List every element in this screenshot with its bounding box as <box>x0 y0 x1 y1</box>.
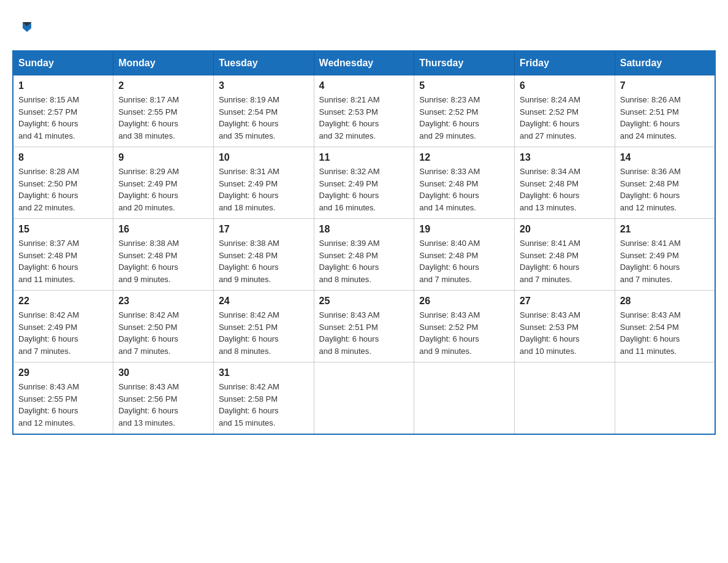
calendar-week-3: 15 Sunrise: 8:37 AMSunset: 2:48 PMDaylig… <box>13 219 715 291</box>
day-info: Sunrise: 8:38 AMSunset: 2:48 PMDaylight:… <box>219 239 279 284</box>
day-info: Sunrise: 8:28 AMSunset: 2:50 PMDaylight:… <box>18 167 79 212</box>
calendar-cell: 14 Sunrise: 8:36 AMSunset: 2:48 PMDaylig… <box>615 147 715 219</box>
weekday-header-monday: Monday <box>113 51 214 75</box>
day-info: Sunrise: 8:38 AMSunset: 2:48 PMDaylight:… <box>118 239 179 284</box>
calendar-cell: 2 Sunrise: 8:17 AMSunset: 2:55 PMDayligh… <box>113 75 214 147</box>
day-info: Sunrise: 8:26 AMSunset: 2:51 PMDaylight:… <box>620 95 681 140</box>
calendar-cell: 16 Sunrise: 8:38 AMSunset: 2:48 PMDaylig… <box>113 219 214 291</box>
day-info: Sunrise: 8:36 AMSunset: 2:48 PMDaylight:… <box>620 167 681 212</box>
day-info: Sunrise: 8:40 AMSunset: 2:48 PMDaylight:… <box>419 239 480 284</box>
day-number: 26 <box>419 296 509 307</box>
calendar-cell <box>414 362 515 435</box>
day-number: 21 <box>620 224 710 235</box>
calendar-cell <box>314 362 414 435</box>
weekday-header-saturday: Saturday <box>615 51 715 75</box>
day-info: Sunrise: 8:42 AMSunset: 2:49 PMDaylight:… <box>18 310 79 356</box>
calendar-cell: 29 Sunrise: 8:43 AMSunset: 2:55 PMDaylig… <box>13 362 113 435</box>
calendar-cell: 6 Sunrise: 8:24 AMSunset: 2:52 PMDayligh… <box>515 75 615 147</box>
day-number: 11 <box>319 152 409 163</box>
calendar-cell: 31 Sunrise: 8:42 AMSunset: 2:58 PMDaylig… <box>213 362 314 435</box>
day-number: 4 <box>319 80 409 91</box>
calendar-cell: 11 Sunrise: 8:32 AMSunset: 2:49 PMDaylig… <box>314 147 414 219</box>
calendar-cell: 13 Sunrise: 8:34 AMSunset: 2:48 PMDaylig… <box>515 147 615 219</box>
calendar-cell <box>615 362 715 435</box>
calendar-cell: 21 Sunrise: 8:41 AMSunset: 2:49 PMDaylig… <box>615 219 715 291</box>
day-info: Sunrise: 8:43 AMSunset: 2:55 PMDaylight:… <box>18 382 79 427</box>
day-number: 1 <box>18 80 108 91</box>
day-info: Sunrise: 8:41 AMSunset: 2:49 PMDaylight:… <box>620 239 681 284</box>
day-info: Sunrise: 8:21 AMSunset: 2:53 PMDaylight:… <box>319 95 380 140</box>
calendar-cell: 28 Sunrise: 8:43 AMSunset: 2:54 PMDaylig… <box>615 291 715 362</box>
day-number: 14 <box>620 152 710 163</box>
day-number: 3 <box>219 80 309 91</box>
day-number: 10 <box>219 152 309 163</box>
calendar-cell: 5 Sunrise: 8:23 AMSunset: 2:52 PMDayligh… <box>414 75 515 147</box>
day-info: Sunrise: 8:32 AMSunset: 2:49 PMDaylight:… <box>319 167 380 212</box>
calendar-cell: 22 Sunrise: 8:42 AMSunset: 2:49 PMDaylig… <box>13 291 113 362</box>
calendar-cell: 20 Sunrise: 8:41 AMSunset: 2:48 PMDaylig… <box>515 219 615 291</box>
calendar-cell: 30 Sunrise: 8:43 AMSunset: 2:56 PMDaylig… <box>113 362 214 435</box>
day-number: 15 <box>18 224 108 235</box>
calendar-cell: 17 Sunrise: 8:38 AMSunset: 2:48 PMDaylig… <box>213 219 314 291</box>
day-info: Sunrise: 8:43 AMSunset: 2:52 PMDaylight:… <box>419 310 480 356</box>
day-info: Sunrise: 8:42 AMSunset: 2:58 PMDaylight:… <box>219 382 279 427</box>
day-number: 25 <box>319 296 409 307</box>
weekday-header-thursday: Thursday <box>414 51 515 75</box>
calendar-cell: 10 Sunrise: 8:31 AMSunset: 2:49 PMDaylig… <box>213 147 314 219</box>
weekday-header-wednesday: Wednesday <box>314 51 414 75</box>
calendar-cell: 25 Sunrise: 8:43 AMSunset: 2:51 PMDaylig… <box>314 291 414 362</box>
calendar-cell: 9 Sunrise: 8:29 AMSunset: 2:49 PMDayligh… <box>113 147 214 219</box>
weekday-header-tuesday: Tuesday <box>213 51 314 75</box>
calendar-week-5: 29 Sunrise: 8:43 AMSunset: 2:55 PMDaylig… <box>13 362 715 435</box>
day-number: 31 <box>219 367 309 378</box>
day-number: 18 <box>319 224 409 235</box>
day-number: 13 <box>520 152 610 163</box>
day-number: 2 <box>118 80 208 91</box>
day-info: Sunrise: 8:41 AMSunset: 2:48 PMDaylight:… <box>520 239 580 284</box>
calendar-cell: 24 Sunrise: 8:42 AMSunset: 2:51 PMDaylig… <box>213 291 314 362</box>
day-info: Sunrise: 8:33 AMSunset: 2:48 PMDaylight:… <box>419 167 480 212</box>
day-info: Sunrise: 8:42 AMSunset: 2:51 PMDaylight:… <box>219 310 279 356</box>
day-info: Sunrise: 8:43 AMSunset: 2:56 PMDaylight:… <box>118 382 179 427</box>
day-number: 24 <box>219 296 309 307</box>
calendar-cell: 1 Sunrise: 8:15 AMSunset: 2:57 PMDayligh… <box>13 75 113 147</box>
day-number: 5 <box>419 80 509 91</box>
day-info: Sunrise: 8:15 AMSunset: 2:57 PMDaylight:… <box>18 95 79 140</box>
calendar-week-4: 22 Sunrise: 8:42 AMSunset: 2:49 PMDaylig… <box>13 291 715 362</box>
calendar-cell: 18 Sunrise: 8:39 AMSunset: 2:48 PMDaylig… <box>314 219 414 291</box>
weekday-header-friday: Friday <box>515 51 615 75</box>
weekday-header-sunday: Sunday <box>13 51 113 75</box>
logo-line1 <box>18 18 34 34</box>
calendar-cell: 8 Sunrise: 8:28 AMSunset: 2:50 PMDayligh… <box>13 147 113 219</box>
page-header <box>12 12 716 38</box>
calendar-cell: 3 Sunrise: 8:19 AMSunset: 2:54 PMDayligh… <box>213 75 314 147</box>
calendar-cell: 4 Sunrise: 8:21 AMSunset: 2:53 PMDayligh… <box>314 75 414 147</box>
day-info: Sunrise: 8:43 AMSunset: 2:54 PMDaylight:… <box>620 310 681 356</box>
calendar-cell: 12 Sunrise: 8:33 AMSunset: 2:48 PMDaylig… <box>414 147 515 219</box>
day-number: 23 <box>118 296 208 307</box>
day-number: 8 <box>18 152 108 163</box>
day-info: Sunrise: 8:43 AMSunset: 2:51 PMDaylight:… <box>319 310 380 356</box>
day-number: 29 <box>18 367 108 378</box>
calendar-cell: 23 Sunrise: 8:42 AMSunset: 2:50 PMDaylig… <box>113 291 214 362</box>
day-info: Sunrise: 8:23 AMSunset: 2:52 PMDaylight:… <box>419 95 480 140</box>
day-number: 16 <box>118 224 208 235</box>
day-info: Sunrise: 8:39 AMSunset: 2:48 PMDaylight:… <box>319 239 380 284</box>
day-number: 6 <box>520 80 610 91</box>
day-info: Sunrise: 8:19 AMSunset: 2:54 PMDaylight:… <box>219 95 279 140</box>
calendar-cell: 7 Sunrise: 8:26 AMSunset: 2:51 PMDayligh… <box>615 75 715 147</box>
day-number: 9 <box>118 152 208 163</box>
weekday-header-row: SundayMondayTuesdayWednesdayThursdayFrid… <box>13 51 715 75</box>
calendar-week-2: 8 Sunrise: 8:28 AMSunset: 2:50 PMDayligh… <box>13 147 715 219</box>
calendar-week-1: 1 Sunrise: 8:15 AMSunset: 2:57 PMDayligh… <box>13 75 715 147</box>
day-number: 28 <box>620 296 710 307</box>
day-number: 17 <box>219 224 309 235</box>
day-info: Sunrise: 8:34 AMSunset: 2:48 PMDaylight:… <box>520 167 580 212</box>
day-number: 12 <box>419 152 509 163</box>
day-number: 20 <box>520 224 610 235</box>
calendar-cell <box>515 362 615 435</box>
day-number: 22 <box>18 296 108 307</box>
day-info: Sunrise: 8:37 AMSunset: 2:48 PMDaylight:… <box>18 239 79 284</box>
day-info: Sunrise: 8:42 AMSunset: 2:50 PMDaylight:… <box>118 310 179 356</box>
day-info: Sunrise: 8:17 AMSunset: 2:55 PMDaylight:… <box>118 95 179 140</box>
